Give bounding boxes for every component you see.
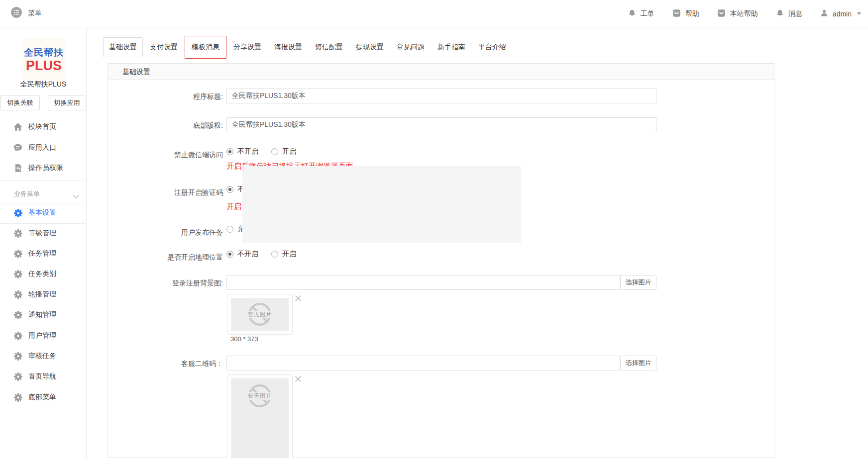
help-item[interactable]: 帮助 xyxy=(672,9,699,19)
radio-checked-icon[interactable] xyxy=(226,148,233,155)
geo-location-radio-group: 不开启 开启 xyxy=(226,250,296,259)
gear-icon xyxy=(13,352,22,361)
login-bg-thumbnail[interactable]: 暂无图片 xyxy=(227,294,293,335)
radio-option-label: 开启 xyxy=(282,147,296,156)
sidebar-item-bottom-menu[interactable]: 底部菜单 xyxy=(0,387,87,407)
menu-toggle[interactable]: 菜单 xyxy=(11,7,42,20)
sidebar-item-notice-management[interactable]: 通知管理 xyxy=(0,305,87,325)
gear-icon xyxy=(13,290,22,299)
sidebar-item-label: 用户管理 xyxy=(28,331,56,340)
gear-icon xyxy=(13,331,22,340)
sidebar-item-user-management[interactable]: 用户管理 xyxy=(0,326,87,346)
comment-icon xyxy=(13,143,22,152)
radio-option-label: 不开启 xyxy=(237,250,258,259)
sidebar-item-label: 通知管理 xyxy=(28,310,56,319)
switch-relation-button[interactable]: 切换关联 xyxy=(0,95,40,110)
tab-withdrawal-settings[interactable]: 提现设置 xyxy=(350,37,390,57)
close-icon[interactable] xyxy=(295,375,302,382)
sidebar-item-label: 底部菜单 xyxy=(28,393,56,402)
sidebar-item-operator-permissions[interactable]: 操作员权限 xyxy=(0,158,87,178)
sidebar-item-basic-settings[interactable]: 基本设置 xyxy=(0,203,87,223)
help-label: 帮助 xyxy=(685,9,699,18)
radio-option-label: 不开启 xyxy=(237,147,258,156)
site-help-badge-icon xyxy=(717,9,726,19)
register-captcha-radio-group: 不 xyxy=(226,185,244,194)
messages-label: 消息 xyxy=(788,9,802,18)
sidebar-item-home-navigation[interactable]: 首页导航 xyxy=(0,366,87,386)
sidebar-item-label: 任务类别 xyxy=(28,270,56,278)
chevron-down-icon xyxy=(857,12,861,15)
radio-option-partial[interactable]: 不 xyxy=(226,185,244,194)
tab-share-settings[interactable]: 分享设置 xyxy=(227,37,267,57)
radio-unchecked-icon[interactable] xyxy=(271,251,278,258)
sidebar-item-module-home[interactable]: 模块首页 xyxy=(0,117,87,137)
sidebar-item-label: 模块首页 xyxy=(28,122,56,131)
radio-option-off[interactable]: 不开启 xyxy=(226,147,258,156)
radio-option-label: 开启 xyxy=(282,250,296,259)
choose-image-button[interactable]: 选择图片 xyxy=(620,275,656,290)
messages-item[interactable]: 消息 xyxy=(776,9,802,19)
tab-template-message[interactable]: 模板消息 xyxy=(185,36,226,59)
sidebar-item-level-management[interactable]: 等级管理 xyxy=(0,223,87,243)
logo-text-line1: 全民帮扶 xyxy=(24,46,64,59)
home-icon xyxy=(13,122,22,131)
login-bg-image-input[interactable] xyxy=(226,275,620,290)
radio-option-on[interactable]: 开启 xyxy=(271,250,296,259)
gear-icon xyxy=(13,229,22,238)
section-label: 业务菜单 xyxy=(14,189,40,198)
topbar-right-group: 工单 帮助 本站帮助 消息 admin xyxy=(628,0,861,27)
settings-tabs: 基础设置 支付设置 模板消息 分享设置 海报设置 短信配置 提现设置 常见问题 … xyxy=(103,36,512,59)
choose-image-button[interactable]: 选择图片 xyxy=(620,356,656,370)
menu-list-icon xyxy=(11,7,22,20)
sidebar-item-review-tasks[interactable]: 审核任务 xyxy=(0,346,87,366)
sidebar-item-label: 操作员权限 xyxy=(28,164,63,173)
bell-icon xyxy=(628,9,636,19)
work-order-item[interactable]: 工单 xyxy=(628,9,654,19)
program-title-input[interactable] xyxy=(226,89,656,103)
radio-option-off[interactable]: 不开启 xyxy=(226,250,258,259)
radio-unchecked-icon[interactable] xyxy=(226,226,233,233)
tab-payment-settings[interactable]: 支付设置 xyxy=(144,37,184,57)
radio-checked-icon[interactable] xyxy=(226,251,233,258)
radio-checked-icon[interactable] xyxy=(226,186,233,193)
tab-faq[interactable]: 常见问题 xyxy=(391,37,431,57)
tab-sms-config[interactable]: 短信配置 xyxy=(309,37,349,57)
sidebar-item-carousel-management[interactable]: 轮播管理 xyxy=(0,284,87,304)
radio-option-partial[interactable]: 允 xyxy=(226,225,244,234)
admin-page: 菜单 工单 帮助 本站帮助 消息 admin xyxy=(0,0,868,458)
user-menu[interactable]: admin xyxy=(820,9,861,18)
sidebar-item-label: 审核任务 xyxy=(28,352,56,361)
username-label: admin xyxy=(833,10,852,18)
tab-platform-intro[interactable]: 平台介绍 xyxy=(472,37,512,57)
user-publish-task-radio-group: 允 xyxy=(226,225,244,234)
tab-poster-settings[interactable]: 海报设置 xyxy=(268,37,308,57)
tab-basic-settings[interactable]: 基础设置 xyxy=(103,37,143,57)
radio-unchecked-icon[interactable] xyxy=(271,148,278,155)
user-icon xyxy=(820,9,828,18)
switch-app-button[interactable]: 切换应用 xyxy=(48,95,86,110)
app-logo: 全民帮扶 PLUS xyxy=(22,38,65,81)
sidebar-item-task-category[interactable]: 任务类别 xyxy=(0,264,87,284)
sidebar-item-label: 任务管理 xyxy=(28,249,56,258)
sidebar-item-label: 应用入口 xyxy=(28,143,56,152)
site-help-item[interactable]: 本站帮助 xyxy=(717,9,758,19)
bell-icon xyxy=(776,9,784,19)
panel-title: 基础设置 xyxy=(122,68,150,77)
forbid-wechat-radio-group: 不开启 开启 xyxy=(226,147,296,156)
tab-beginner-guide[interactable]: 新手指南 xyxy=(432,37,471,57)
redacted-overlay xyxy=(242,166,521,243)
document-icon xyxy=(13,164,22,173)
radio-option-on[interactable]: 开启 xyxy=(271,147,296,156)
sidebar-item-task-management[interactable]: 任务管理 xyxy=(0,244,87,264)
chevron-down-icon xyxy=(73,191,80,200)
customer-service-qr-input[interactable] xyxy=(226,356,620,370)
panel-header xyxy=(108,63,774,80)
close-icon[interactable] xyxy=(295,295,302,302)
no-image-placeholder: 暂无图片 xyxy=(231,378,289,458)
customer-service-qr-thumbnail[interactable]: 暂无图片 xyxy=(227,374,293,458)
footer-copyright-input[interactable] xyxy=(226,117,656,132)
no-image-placeholder: 暂无图片 xyxy=(231,298,289,331)
sidebar-item-app-entry[interactable]: 应用入口 xyxy=(0,138,87,158)
top-bar: 菜单 工单 帮助 本站帮助 消息 admin xyxy=(0,0,868,27)
sidebar-section-business-menu[interactable]: 业务菜单 xyxy=(0,186,87,201)
